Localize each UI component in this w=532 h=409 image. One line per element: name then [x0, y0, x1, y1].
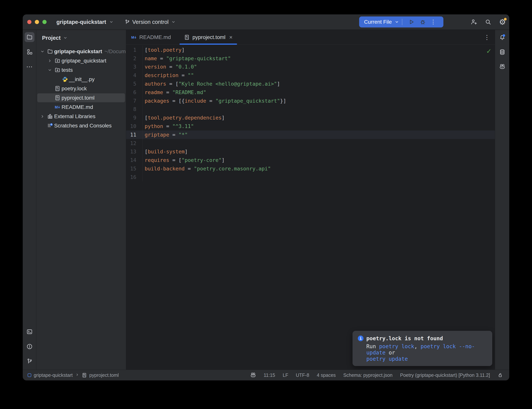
line-number[interactable]: 11	[126, 130, 143, 139]
notifications-tool-button[interactable]	[497, 33, 507, 42]
line-number[interactable]: 8	[126, 105, 143, 114]
status-bar: griptape-quickstart [T] pyproject.toml 1…	[23, 370, 509, 381]
minimize-window-button[interactable]	[35, 20, 39, 24]
code-text: griptape = "*"	[143, 132, 188, 138]
code-line-12[interactable]: 12	[126, 139, 495, 148]
structure-tool-button[interactable]	[25, 47, 35, 57]
problems-tool-button[interactable]	[25, 342, 35, 352]
status-item-2[interactable]: UTF-8	[296, 372, 309, 378]
search-icon[interactable]	[485, 19, 492, 25]
chevron-down-icon[interactable]	[39, 48, 46, 55]
tree-item-scratches-and-consoles[interactable]: Scratches and Consoles	[36, 121, 126, 130]
code-line-3[interactable]: 3version = "0.1.0"	[126, 63, 495, 71]
project-panel-header[interactable]: Project	[36, 30, 126, 46]
code-line-11[interactable]: 11griptape = "*"	[126, 130, 495, 139]
code-line-4[interactable]: 4description = ""	[126, 71, 495, 80]
breadcrumb-project[interactable]: griptape-quickstart	[34, 372, 73, 378]
tree-item-external-libraries[interactable]: External Libraries	[36, 112, 126, 121]
more-run-options-button[interactable]: ⋮	[430, 19, 436, 25]
notification-link[interactable]: poetry lock	[379, 343, 414, 350]
tree-item-griptape-quickstart[interactable]: griptape_quickstart	[36, 56, 126, 65]
status-item-3[interactable]: 4 spaces	[317, 372, 336, 378]
toml-icon: [T]	[54, 94, 61, 102]
libraries-icon	[46, 113, 54, 120]
tree-item-pyproject-toml[interactable]: [T]pyproject.toml	[36, 93, 126, 102]
code-line-6[interactable]: 6readme = "README.md"	[126, 88, 495, 97]
tree-item-poetry-lock[interactable]: [T]poetry.lock	[36, 84, 126, 93]
line-number[interactable]: 2	[126, 54, 143, 63]
tree-item-readme-md[interactable]: MREADME.md	[36, 102, 126, 112]
titlebar-right: Current File ⋮ ⚙	[359, 17, 509, 28]
line-number[interactable]: 10	[126, 122, 143, 130]
status-item-4[interactable]: Schema: pyproject.json	[343, 372, 393, 378]
notification-link[interactable]: poetry update	[366, 356, 408, 362]
run-button[interactable]	[408, 19, 415, 25]
line-number[interactable]: 3	[126, 63, 143, 71]
project-switcher[interactable]: griptape-quickstart	[56, 19, 114, 25]
line-number[interactable]: 1	[126, 46, 143, 54]
inspections-ok-icon[interactable]: ✓	[486, 47, 493, 55]
chevron-down-icon[interactable]	[46, 66, 54, 74]
code-line-2[interactable]: 2name = "griptape-quickstart"	[126, 54, 495, 63]
breadcrumb-file[interactable]: pyproject.toml	[89, 372, 119, 378]
terminal-icon	[26, 328, 33, 335]
run-widget[interactable]: Current File ⋮	[359, 17, 443, 28]
code-editor[interactable]: ✓ 1[tool.poetry]2name = "griptape-quicks…	[126, 45, 495, 370]
more-tool-windows-button[interactable]: ⋯	[25, 62, 35, 72]
tree-item--init-py[interactable]: __init__.py	[36, 74, 126, 84]
status-item-0[interactable]: 11:15	[264, 372, 275, 378]
line-number[interactable]: 14	[126, 156, 143, 164]
project-tool-button[interactable]	[25, 32, 35, 42]
run-config-selector[interactable]: Current File	[364, 19, 392, 25]
tab-readme[interactable]: M README.md	[126, 30, 176, 45]
tab-options-kebab-icon[interactable]: ⋮	[484, 34, 495, 41]
line-number[interactable]: 12	[126, 139, 143, 148]
toml-icon: [T]	[54, 85, 61, 93]
line-number[interactable]: 4	[126, 71, 143, 80]
code-line-13[interactable]: 13[build-system]	[126, 148, 495, 156]
version-control-tool-button[interactable]	[25, 356, 35, 366]
vcs-widget[interactable]: Version control	[124, 19, 176, 25]
code-line-7[interactable]: 7packages = [{include = "griptape_quicks…	[126, 97, 495, 105]
chevron-right-icon[interactable]	[39, 113, 46, 120]
ai-status-icon[interactable]	[250, 372, 256, 378]
svg-text:[T]: [T]	[83, 375, 86, 377]
chevron-down-icon	[109, 19, 114, 24]
close-window-button[interactable]	[27, 20, 31, 24]
code-line-14[interactable]: 14requires = ["poetry-core"]	[126, 156, 495, 164]
line-number[interactable]: 15	[126, 164, 143, 173]
info-icon: i	[358, 335, 364, 341]
code-line-8[interactable]: 8	[126, 105, 495, 114]
code-line-9[interactable]: 9[tool.poetry.dependencies]	[126, 113, 495, 122]
code-line-5[interactable]: 5authors = ["Kyle Roche <hello@griptape.…	[126, 80, 495, 88]
settings-notification-dot	[504, 18, 507, 20]
line-number[interactable]: 5	[126, 80, 143, 88]
line-number[interactable]: 13	[126, 148, 143, 156]
code-line-16[interactable]: 16	[126, 173, 495, 181]
tree-item-griptape-quickstart[interactable]: griptape-quickstart~/Docume	[36, 47, 126, 56]
line-number[interactable]: 7	[126, 97, 143, 105]
close-tab-icon[interactable]: ×	[229, 35, 233, 40]
add-user-icon[interactable]	[470, 19, 477, 25]
line-number[interactable]: 9	[126, 113, 143, 122]
chevron-right-icon[interactable]	[46, 57, 54, 65]
settings-gear-icon[interactable]: ⚙	[499, 19, 506, 25]
tree-item-label: tests	[62, 67, 73, 73]
debug-button[interactable]	[419, 19, 426, 25]
terminal-tool-button[interactable]	[25, 327, 35, 337]
code-line-1[interactable]: 1[tool.poetry]	[126, 46, 495, 54]
zoom-window-button[interactable]	[42, 20, 46, 24]
database-tool-button[interactable]	[497, 47, 507, 57]
status-item-1[interactable]: LF	[283, 372, 288, 378]
code-line-10[interactable]: 10python = "^3.11"	[126, 122, 495, 130]
line-number[interactable]: 16	[126, 173, 143, 181]
status-item-5[interactable]: Poetry (griptape-quickstart) [Python 3.1…	[400, 372, 490, 378]
line-number[interactable]: 6	[126, 88, 143, 97]
unlocked-icon[interactable]	[497, 372, 503, 378]
code-line-15[interactable]: 15build-backend = "poetry.core.masonry.a…	[126, 164, 495, 173]
tab-pyproject-toml[interactable]: [T] pyproject.toml ×	[179, 30, 238, 45]
svg-text:M: M	[131, 35, 134, 39]
ai-assistant-tool-button[interactable]	[497, 62, 507, 72]
tree-item-tests[interactable]: tests	[36, 65, 126, 74]
tab-label: README.md	[139, 34, 171, 40]
